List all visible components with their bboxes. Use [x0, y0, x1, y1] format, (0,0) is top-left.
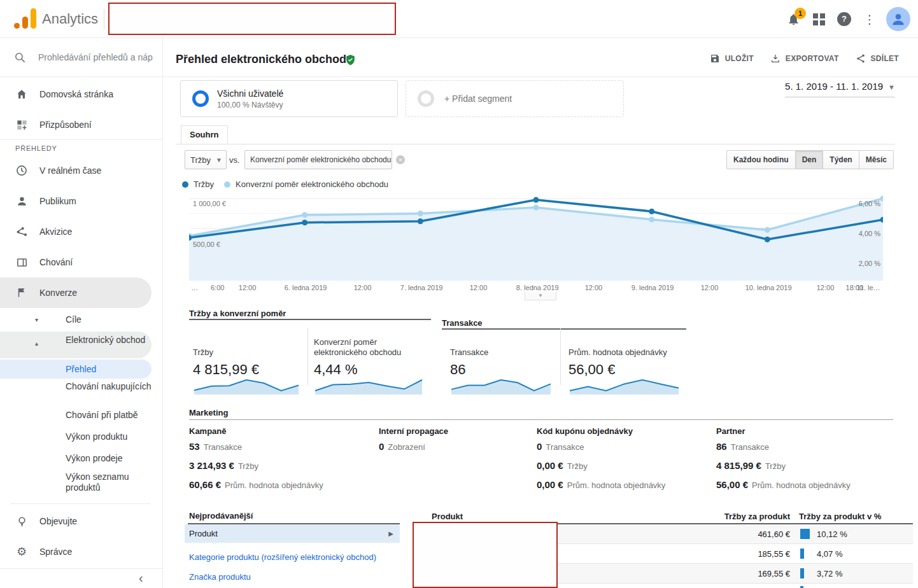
- dimension-item-product-category[interactable]: Kategorie produktu (rozšířený elektronic…: [185, 548, 400, 566]
- y-axis-tick-right: 2,00 %: [859, 260, 880, 267]
- help-button[interactable]: ?: [831, 6, 857, 32]
- flag-icon: [15, 286, 28, 299]
- x-axis-tick: 12:00: [817, 284, 835, 291]
- metric-label: Prům. hodnota objednávky: [752, 480, 851, 490]
- metric-value: 60,66 €: [189, 479, 221, 490]
- metric-label: Transakce: [204, 442, 242, 452]
- overflow-menu-button[interactable]: ⋮: [857, 6, 882, 32]
- x-axis-tick: 8. ledna 2019: [516, 284, 559, 291]
- metric-value: 0: [379, 441, 384, 452]
- x-axis-tick: 6. ledna 2019: [285, 284, 327, 291]
- sidebar-item-realtime[interactable]: V reálném čase: [0, 155, 152, 186]
- sidebar-item-product-performance[interactable]: Výkon produktu: [66, 431, 152, 442]
- granularity-month[interactable]: Měsíc: [859, 150, 894, 169]
- legend-item-primary: Tržby: [182, 179, 214, 189]
- dimension-label: Produkt: [189, 529, 218, 538]
- x-axis-tick: 12:00: [354, 284, 372, 291]
- legend-dot: [182, 181, 188, 188]
- cell-percent: 3,72 %: [817, 569, 842, 578]
- cell-revenue: 461,60 €: [758, 529, 790, 539]
- export-label: EXPORTOVAT: [786, 54, 839, 63]
- marketing-col-title: Partner: [716, 426, 745, 436]
- scorecard-avg-order-value[interactable]: Prům. hodnota objednávky 56,00 €: [568, 337, 683, 397]
- sparkline: [193, 378, 300, 395]
- avatar[interactable]: [886, 7, 910, 31]
- apps-grid-icon: [813, 13, 825, 25]
- sidebar-item-acquisition[interactable]: Akvizice: [0, 216, 152, 247]
- export-button[interactable]: EXPORTOVAT: [770, 53, 839, 64]
- logo-bar-tall: [31, 8, 36, 29]
- logo-dot: [14, 23, 20, 29]
- notifications-button[interactable]: 1: [780, 6, 806, 32]
- sidebar-item-checkout-behavior[interactable]: Chování při platbě: [66, 410, 152, 421]
- sidebar-item-home[interactable]: Domovská stránka: [0, 79, 152, 109]
- col-header-product-revenue[interactable]: Tržby za produkt: [722, 512, 790, 521]
- sidebar-item-discover[interactable]: Objevujte: [0, 507, 152, 535]
- cell-revenue: 169,55 €: [758, 569, 790, 578]
- add-segment-label: + Přidat segment: [444, 94, 512, 104]
- granularity-day[interactable]: Den: [796, 150, 824, 169]
- sidebar-item-shopping-behavior[interactable]: Chování nakupujících: [66, 381, 152, 392]
- sidebar-item-admin[interactable]: ⚙ Správce: [0, 538, 152, 566]
- tab-baseline: [176, 144, 895, 144]
- marketing-underline: [189, 419, 893, 420]
- metric-value: 0: [537, 441, 542, 452]
- analytics-logo-icon[interactable]: [14, 8, 38, 30]
- marketing-col-title: Interní propagace: [379, 426, 448, 436]
- save-icon: [710, 53, 720, 64]
- apps-button[interactable]: [806, 6, 831, 32]
- share-icon: [856, 53, 866, 64]
- sidebar-item-behavior[interactable]: Chování: [0, 247, 152, 277]
- scorecard-value: 86: [450, 361, 555, 378]
- col-header-product[interactable]: Produkt: [432, 512, 463, 521]
- report-actions: ULOŽIT EXPORTOVAT SDÍLET: [710, 53, 899, 64]
- chevron-up-icon[interactable]: ▴: [35, 340, 38, 347]
- timeseries-chart[interactable]: 1 000,00 €500,00 €6,00 %4,00 %2,00 %: [189, 194, 883, 281]
- sidebar-item-goals[interactable]: Cíle: [66, 314, 152, 325]
- chevron-down-icon[interactable]: ▾: [35, 316, 38, 323]
- granularity-week[interactable]: Týden: [823, 150, 859, 169]
- date-underline: [785, 97, 895, 97]
- granularity-hourly[interactable]: Každou hodinu: [726, 150, 796, 169]
- x-axis-tick: 9. ledna 2019: [632, 284, 674, 291]
- dimension-item-product[interactable]: Produkt ▶: [185, 524, 400, 543]
- search-input[interactable]: [38, 48, 157, 66]
- sidebar-item-customization[interactable]: Přizpůsobení: [0, 109, 152, 140]
- remove-metric-icon[interactable]: ×: [396, 155, 405, 164]
- metric-value: 0,00 €: [537, 479, 563, 490]
- customization-icon: [15, 118, 28, 131]
- collapse-sidebar-button[interactable]: ‹: [139, 571, 143, 585]
- scorecard-transactions[interactable]: Transakce 86: [450, 337, 555, 397]
- secondary-metric-select[interactable]: Konverzní poměr elektronického obchodu▼: [244, 150, 392, 169]
- sidebar-item-audience[interactable]: Publikum: [0, 186, 152, 216]
- sidebar-item-product-list-performance[interactable]: Výkon seznamu produktů: [66, 472, 152, 493]
- divider: [307, 328, 308, 385]
- tab-summary[interactable]: Souhrn: [181, 125, 228, 144]
- dimension-item-product-brand[interactable]: Značka produktu: [185, 568, 400, 586]
- divider: [560, 328, 561, 385]
- scorecard-value: 4 815,99 €: [193, 361, 300, 378]
- metric-label: Transakce: [731, 442, 769, 452]
- scorecard-conversion-rate[interactable]: Konverzní poměr elektronického obchodu 4…: [314, 337, 427, 397]
- primary-metric-select[interactable]: Tržby▼: [185, 150, 227, 169]
- sidebar-item-sales-performance[interactable]: Výkon prodeje: [66, 453, 152, 464]
- date-range: 5. 1. 2019 - 11. 1. 2019: [785, 81, 883, 92]
- metric-value: 4 815,99 €: [716, 460, 761, 471]
- dimension-label: Značka produktu: [189, 572, 251, 582]
- x-axis-tick: 12:00: [701, 284, 719, 291]
- segment-all-users[interactable]: Všichni uživatelé 100,00 % Návštěvy: [180, 80, 398, 117]
- save-button[interactable]: ULOŽIT: [710, 53, 754, 64]
- sidebar-item-ecommerce-label[interactable]: Elektronický obchod: [66, 335, 152, 346]
- help-icon: ?: [837, 12, 851, 26]
- share-button[interactable]: SDÍLET: [856, 53, 899, 64]
- sidebar: Domovská stránka Přizpůsobení PŘEHLEDY V…: [0, 38, 163, 588]
- date-range-picker[interactable]: 5. 1. 2019 - 11. 1. 2019▼: [785, 81, 895, 97]
- revenue-bar: [800, 549, 804, 559]
- sidebar-item-overview-label[interactable]: Přehled: [66, 364, 152, 375]
- sidebar-divider: [0, 568, 162, 569]
- scorecard-revenue[interactable]: Tržby 4 815,99 €: [193, 337, 300, 397]
- add-segment-button[interactable]: + Přidat segment: [406, 80, 624, 117]
- sidebar-item-conversions[interactable]: Konverze: [0, 277, 152, 308]
- col-header-product-revenue-pct[interactable]: Tržby za produkt v %: [799, 512, 881, 521]
- annotations-expander[interactable]: ▼: [525, 292, 556, 300]
